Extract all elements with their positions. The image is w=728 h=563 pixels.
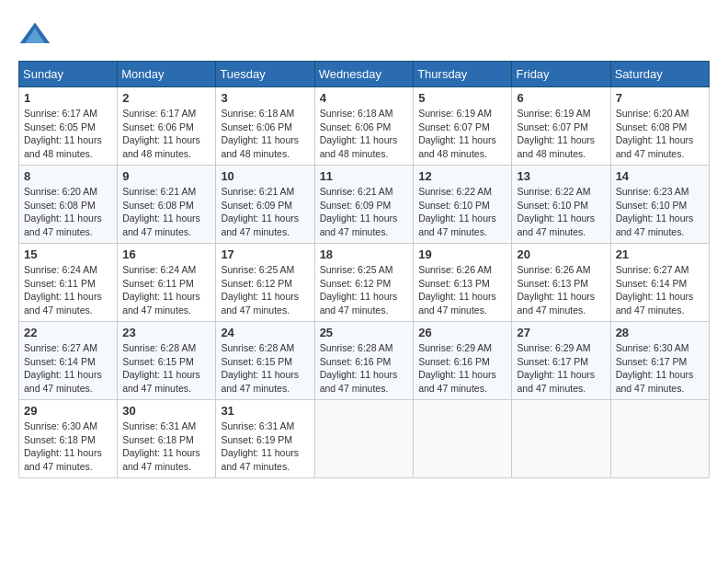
day-info: Sunrise: 6:17 AM Sunset: 6:06 PM Dayligh… <box>122 107 210 161</box>
day-info: Sunrise: 6:27 AM Sunset: 6:14 PM Dayligh… <box>616 263 704 317</box>
day-number: 19 <box>418 247 506 261</box>
day-info: Sunrise: 6:21 AM Sunset: 6:09 PM Dayligh… <box>221 185 309 239</box>
day-number: 18 <box>320 247 409 261</box>
day-number: 24 <box>221 326 309 339</box>
day-number: 9 <box>122 169 210 183</box>
calendar-cell: 23Sunrise: 6:28 AM Sunset: 6:15 PM Dayli… <box>118 322 216 400</box>
col-header-tuesday: Tuesday <box>216 62 314 87</box>
day-number: 5 <box>418 91 506 105</box>
day-info: Sunrise: 6:18 AM Sunset: 6:06 PM Dayligh… <box>221 107 309 161</box>
calendar-cell <box>314 400 414 478</box>
day-info: Sunrise: 6:27 AM Sunset: 6:14 PM Dayligh… <box>24 341 112 396</box>
col-header-saturday: Saturday <box>610 62 709 87</box>
calendar-cell: 20Sunrise: 6:26 AM Sunset: 6:13 PM Dayli… <box>512 244 610 322</box>
day-info: Sunrise: 6:28 AM Sunset: 6:15 PM Dayligh… <box>122 341 210 396</box>
day-number: 22 <box>24 326 112 339</box>
calendar-cell: 21Sunrise: 6:27 AM Sunset: 6:14 PM Dayli… <box>610 244 709 322</box>
day-info: Sunrise: 6:28 AM Sunset: 6:16 PM Dayligh… <box>320 341 409 396</box>
calendar-cell: 18Sunrise: 6:25 AM Sunset: 6:12 PM Dayli… <box>314 244 414 322</box>
day-number: 2 <box>122 91 210 105</box>
calendar-cell: 14Sunrise: 6:23 AM Sunset: 6:10 PM Dayli… <box>610 166 709 244</box>
day-info: Sunrise: 6:31 AM Sunset: 6:18 PM Dayligh… <box>122 419 210 474</box>
day-info: Sunrise: 6:22 AM Sunset: 6:10 PM Dayligh… <box>517 185 605 239</box>
calendar-cell: 9Sunrise: 6:21 AM Sunset: 6:08 PM Daylig… <box>118 166 216 244</box>
calendar-cell: 5Sunrise: 6:19 AM Sunset: 6:07 PM Daylig… <box>414 87 512 166</box>
day-info: Sunrise: 6:17 AM Sunset: 6:05 PM Dayligh… <box>24 107 112 161</box>
day-number: 13 <box>517 169 605 183</box>
calendar-cell: 31Sunrise: 6:31 AM Sunset: 6:19 PM Dayli… <box>216 400 314 478</box>
col-header-wednesday: Wednesday <box>314 62 414 87</box>
calendar-cell: 2Sunrise: 6:17 AM Sunset: 6:06 PM Daylig… <box>118 87 216 166</box>
calendar-cell: 1Sunrise: 6:17 AM Sunset: 6:05 PM Daylig… <box>19 87 118 166</box>
day-info: Sunrise: 6:20 AM Sunset: 6:08 PM Dayligh… <box>616 107 704 161</box>
col-header-friday: Friday <box>512 62 610 87</box>
day-info: Sunrise: 6:26 AM Sunset: 6:13 PM Dayligh… <box>418 263 506 317</box>
day-number: 26 <box>418 326 506 339</box>
calendar-cell: 22Sunrise: 6:27 AM Sunset: 6:14 PM Dayli… <box>19 322 118 400</box>
day-number: 3 <box>221 91 309 105</box>
day-number: 4 <box>320 91 409 105</box>
calendar-cell: 28Sunrise: 6:30 AM Sunset: 6:17 PM Dayli… <box>610 322 709 400</box>
day-number: 31 <box>221 404 309 418</box>
calendar-cell: 13Sunrise: 6:22 AM Sunset: 6:10 PM Dayli… <box>512 166 610 244</box>
day-number: 6 <box>517 91 605 105</box>
calendar-cell: 6Sunrise: 6:19 AM Sunset: 6:07 PM Daylig… <box>512 87 610 166</box>
calendar-cell: 15Sunrise: 6:24 AM Sunset: 6:11 PM Dayli… <box>19 244 118 322</box>
calendar-cell: 25Sunrise: 6:28 AM Sunset: 6:16 PM Dayli… <box>314 322 414 400</box>
day-info: Sunrise: 6:30 AM Sunset: 6:17 PM Dayligh… <box>616 341 704 396</box>
day-info: Sunrise: 6:21 AM Sunset: 6:09 PM Dayligh… <box>320 185 409 239</box>
calendar-cell: 26Sunrise: 6:29 AM Sunset: 6:16 PM Dayli… <box>414 322 512 400</box>
day-number: 23 <box>122 326 210 339</box>
day-info: Sunrise: 6:18 AM Sunset: 6:06 PM Dayligh… <box>320 107 409 161</box>
logo <box>18 18 57 52</box>
day-info: Sunrise: 6:28 AM Sunset: 6:15 PM Dayligh… <box>221 341 309 396</box>
calendar-cell: 4Sunrise: 6:18 AM Sunset: 6:06 PM Daylig… <box>314 87 414 166</box>
calendar-cell: 3Sunrise: 6:18 AM Sunset: 6:06 PM Daylig… <box>216 87 314 166</box>
day-info: Sunrise: 6:29 AM Sunset: 6:17 PM Dayligh… <box>517 341 605 396</box>
day-info: Sunrise: 6:30 AM Sunset: 6:18 PM Dayligh… <box>24 419 112 474</box>
day-number: 29 <box>24 404 112 418</box>
day-number: 1 <box>24 91 112 105</box>
calendar-cell <box>512 400 610 478</box>
day-info: Sunrise: 6:29 AM Sunset: 6:16 PM Dayligh… <box>418 341 506 396</box>
day-number: 14 <box>616 169 704 183</box>
calendar-cell: 27Sunrise: 6:29 AM Sunset: 6:17 PM Dayli… <box>512 322 610 400</box>
calendar-cell <box>414 400 512 478</box>
page-header <box>18 18 710 52</box>
day-number: 15 <box>24 247 112 261</box>
day-number: 17 <box>221 247 309 261</box>
calendar-cell: 10Sunrise: 6:21 AM Sunset: 6:09 PM Dayli… <box>216 166 314 244</box>
calendar-cell: 7Sunrise: 6:20 AM Sunset: 6:08 PM Daylig… <box>610 87 709 166</box>
calendar-cell: 29Sunrise: 6:30 AM Sunset: 6:18 PM Dayli… <box>19 400 118 478</box>
day-number: 21 <box>616 247 704 261</box>
day-info: Sunrise: 6:21 AM Sunset: 6:08 PM Dayligh… <box>122 185 210 239</box>
col-header-sunday: Sunday <box>19 62 118 87</box>
logo-icon <box>18 18 51 52</box>
day-info: Sunrise: 6:25 AM Sunset: 6:12 PM Dayligh… <box>221 263 309 317</box>
day-number: 30 <box>122 404 210 418</box>
calendar-cell <box>610 400 709 478</box>
calendar-cell: 19Sunrise: 6:26 AM Sunset: 6:13 PM Dayli… <box>414 244 512 322</box>
col-header-monday: Monday <box>118 62 216 87</box>
day-number: 11 <box>320 169 409 183</box>
calendar-cell: 17Sunrise: 6:25 AM Sunset: 6:12 PM Dayli… <box>216 244 314 322</box>
day-number: 27 <box>517 326 605 339</box>
day-info: Sunrise: 6:22 AM Sunset: 6:10 PM Dayligh… <box>418 185 506 239</box>
day-number: 28 <box>616 326 704 339</box>
day-info: Sunrise: 6:24 AM Sunset: 6:11 PM Dayligh… <box>24 263 112 317</box>
calendar-cell: 12Sunrise: 6:22 AM Sunset: 6:10 PM Dayli… <box>414 166 512 244</box>
col-header-thursday: Thursday <box>414 62 512 87</box>
day-number: 25 <box>320 326 409 339</box>
calendar-cell: 30Sunrise: 6:31 AM Sunset: 6:18 PM Dayli… <box>118 400 216 478</box>
day-number: 12 <box>418 169 506 183</box>
day-info: Sunrise: 6:25 AM Sunset: 6:12 PM Dayligh… <box>320 263 409 317</box>
day-info: Sunrise: 6:24 AM Sunset: 6:11 PM Dayligh… <box>122 263 210 317</box>
day-info: Sunrise: 6:26 AM Sunset: 6:13 PM Dayligh… <box>517 263 605 317</box>
day-info: Sunrise: 6:19 AM Sunset: 6:07 PM Dayligh… <box>418 107 506 161</box>
calendar: SundayMondayTuesdayWednesdayThursdayFrid… <box>18 61 710 478</box>
day-number: 8 <box>24 169 112 183</box>
day-info: Sunrise: 6:20 AM Sunset: 6:08 PM Dayligh… <box>24 185 112 239</box>
day-number: 16 <box>122 247 210 261</box>
day-info: Sunrise: 6:19 AM Sunset: 6:07 PM Dayligh… <box>517 107 605 161</box>
calendar-cell: 8Sunrise: 6:20 AM Sunset: 6:08 PM Daylig… <box>19 166 118 244</box>
